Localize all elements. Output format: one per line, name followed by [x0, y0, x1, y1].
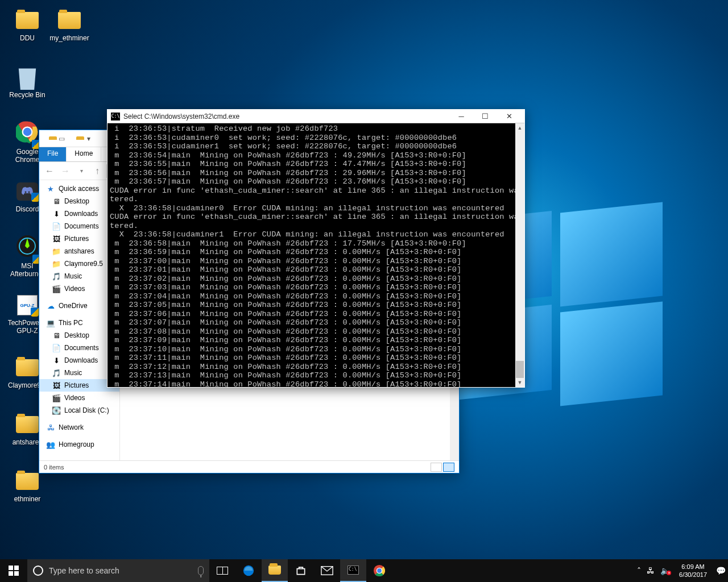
folder-icon: [57, 9, 81, 32]
recent-dropdown-icon[interactable]: ▾: [75, 164, 88, 178]
desktop-icon-label: Recycle Bin: [7, 91, 48, 99]
cmd-titlebar[interactable]: C:\ Select C:\Windows\system32\cmd.exe ─…: [107, 110, 524, 123]
mic-icon[interactable]: [198, 566, 204, 575]
📁-icon: 📁: [52, 247, 61, 256]
taskbar-store[interactable]: [288, 559, 314, 582]
recycle-icon: [15, 65, 39, 89]
🖥-icon: 🖥: [52, 197, 61, 206]
scroll-thumb[interactable]: [516, 361, 524, 378]
tray-clock[interactable]: 6:09 AM 6/30/2017: [676, 563, 710, 579]
nav-item-label: Quick access: [59, 185, 99, 193]
taskbar-cmd[interactable]: C:\: [340, 559, 366, 582]
task-view-button[interactable]: [209, 559, 235, 582]
🖥-icon: 🖥: [52, 331, 61, 340]
🎬-icon: 🎬: [52, 393, 61, 402]
nav-homegroup[interactable]: 👥Homegroup: [39, 438, 119, 451]
nav-item-label: Desktop: [64, 197, 89, 205]
nav-network[interactable]: 🖧Network: [39, 421, 119, 434]
afterburner-icon: [15, 236, 39, 260]
nav-item-label: Videos: [64, 394, 85, 402]
view-details-button[interactable]: [431, 463, 442, 472]
tab-home[interactable]: Home: [67, 147, 101, 161]
cortana-icon: [33, 566, 43, 576]
action-center-icon[interactable]: 💬: [716, 566, 726, 575]
tray-network-icon[interactable]: 🖧: [647, 566, 655, 575]
pc-icon: 💻: [46, 318, 55, 327]
scroll-down-icon[interactable]: ▼: [515, 378, 524, 387]
taskbar-explorer[interactable]: [262, 559, 288, 582]
🖼-icon: 🖼: [52, 234, 61, 243]
desktop-icon-ddu[interactable]: DDU: [7, 9, 48, 42]
nav-item-label: Homegroup: [59, 440, 94, 448]
nav-item-videos[interactable]: 🎬Videos: [39, 392, 119, 404]
item-count-label: 0 items: [44, 464, 64, 471]
nav-item-label: This PC: [59, 319, 83, 327]
taskbar-mail[interactable]: [314, 559, 340, 582]
star-icon: ★: [46, 184, 55, 193]
folder-icon: [15, 356, 39, 380]
⬇-icon: ⬇: [52, 356, 61, 365]
up-button[interactable]: ↑: [90, 164, 104, 178]
folder-icon: [15, 469, 39, 493]
tray-volume-icon[interactable]: 🔈✕: [660, 566, 670, 575]
tray-chevron-up-icon[interactable]: ˄: [637, 566, 641, 575]
tab-file[interactable]: File: [39, 147, 67, 161]
nav-item-label: Local Disk (C:): [64, 406, 109, 414]
cmd-terminal-output[interactable]: i 23:36:53|stratum Received new job #26d…: [107, 123, 515, 387]
nav-item-label: Videos: [64, 285, 85, 293]
nav-item-label: Pictures: [64, 235, 89, 243]
nav-item-local-disk-c-[interactable]: 💽Local Disk (C:): [39, 404, 119, 417]
gpuz-icon: GPU-Z: [15, 293, 39, 317]
scroll-up-icon[interactable]: ▲: [515, 123, 524, 132]
📁-icon: 📁: [52, 259, 61, 268]
nav-item-label: Music: [64, 272, 82, 280]
taskbar-edge[interactable]: [235, 559, 262, 582]
nav-item-label: Music: [64, 369, 82, 377]
taskbar[interactable]: Type here to search C:\ ˄ 🖧 🔈✕ 6:09 AM 6…: [0, 559, 728, 582]
qat-properties-icon[interactable]: ▭: [55, 135, 68, 143]
start-button[interactable]: [0, 559, 27, 582]
forward-button[interactable]: →: [59, 164, 72, 178]
cmd-maximize-button[interactable]: ☐: [473, 110, 497, 123]
qat-dropdown-icon[interactable]: ▾: [82, 135, 95, 143]
taskbar-chrome[interactable]: [366, 559, 392, 582]
homegroup-icon: 👥: [46, 440, 55, 449]
tray-time: 6:09 AM: [679, 563, 707, 571]
nav-item-label: Desktop: [64, 331, 89, 339]
📄-icon: 📄: [52, 343, 61, 352]
nav-item-label: Downloads: [64, 210, 98, 218]
nav-item-label: OneDrive: [59, 302, 88, 310]
system-tray[interactable]: ˄ 🖧 🔈✕ 6:09 AM 6/30/2017 💬: [635, 563, 728, 579]
desktop-icon-label: ethminer: [7, 495, 48, 503]
cmd-minimize-button[interactable]: ─: [449, 110, 473, 123]
folder-icon: [15, 413, 39, 436]
desktop-icon-label: my_ethminer: [49, 34, 90, 42]
explorer-status-bar: 0 items: [39, 460, 459, 473]
📄-icon: 📄: [52, 222, 61, 231]
nav-item-label: Downloads: [64, 356, 98, 364]
desktop-icon-ethminer[interactable]: ethminer: [7, 469, 48, 503]
desktop-icon-label: DDU: [7, 34, 48, 42]
tray-date: 6/30/2017: [679, 571, 707, 579]
cloud-icon: ☁: [46, 301, 55, 310]
💽-icon: 💽: [52, 406, 61, 415]
chrome-icon: [15, 122, 39, 146]
view-large-icons-button[interactable]: [443, 463, 454, 472]
🎵-icon: 🎵: [52, 368, 61, 377]
nav-item-label: Network: [59, 423, 84, 431]
back-button[interactable]: ←: [43, 164, 56, 178]
cmd-window[interactable]: C:\ Select C:\Windows\system32\cmd.exe ─…: [107, 109, 525, 388]
cmd-scrollbar[interactable]: ▲ ▼: [515, 123, 524, 387]
svg-point-1: [23, 127, 32, 137]
⬇-icon: ⬇: [52, 209, 61, 218]
svg-point-3: [28, 192, 30, 193]
network-icon: 🖧: [46, 423, 55, 432]
taskbar-search[interactable]: Type here to search: [27, 559, 209, 582]
nav-item-label: Documents: [64, 344, 99, 352]
cmd-close-button[interactable]: ✕: [497, 110, 521, 123]
desktop-icon-my-ethminer[interactable]: my_ethminer: [49, 9, 90, 42]
svg-point-2: [25, 192, 27, 193]
folder-icon: [15, 9, 39, 32]
🎵-icon: 🎵: [52, 272, 61, 281]
desktop-icon-recycle-bin[interactable]: Recycle Bin: [7, 65, 48, 99]
